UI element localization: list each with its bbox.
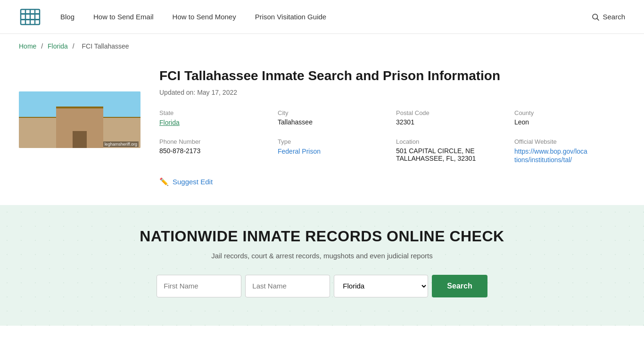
first-name-input[interactable] [157, 275, 241, 297]
info-type: Type Federal Prison [278, 138, 388, 164]
location-label: Location [396, 138, 507, 145]
last-name-input[interactable] [245, 275, 330, 297]
image-caption: leghamsheriff.org [103, 141, 139, 147]
nav-how-to-send-email[interactable]: How to Send Email [93, 13, 154, 21]
website-label: Official Website [514, 138, 625, 145]
search-form: AlabamaAlaskaArizonaArkansasCaliforniaCo… [19, 275, 625, 297]
prison-details: FCI Tallahassee Inmate Search and Prison… [159, 68, 625, 186]
info-city: City Tallahassee [278, 109, 388, 127]
updated-on: Updated on: May 17, 2022 [159, 89, 625, 96]
nav-prison-visitation-guide[interactable]: Prison Visitation Guide [255, 13, 326, 21]
header: Blog How to Send Email How to Send Money… [0, 0, 644, 34]
suggest-edit-label: Suggest Edit [173, 178, 213, 186]
state-value[interactable]: Florida [159, 119, 180, 126]
prison-image: leghamsheriff.org [19, 91, 140, 148]
nav-how-to-send-money[interactable]: How to Send Money [173, 13, 236, 21]
logo[interactable] [19, 6, 41, 28]
search-icon [591, 13, 600, 21]
inmate-section-subtitle: Jail records, court & arrest records, mu… [19, 252, 625, 260]
prison-title: FCI Tallahassee Inmate Search and Prison… [159, 68, 625, 84]
breadcrumb-sep-1: / [41, 42, 45, 50]
state-label: State [159, 109, 270, 116]
breadcrumb: Home / Florida / FCI Tallahassee [0, 34, 644, 58]
svg-point-6 [593, 14, 598, 19]
type-label: Type [278, 138, 388, 145]
inmate-section-title: NATIONWIDE INMATE RECORDS ONLINE CHECK [19, 228, 625, 245]
phone-label: Phone Number [159, 138, 270, 145]
info-location: Location 501 CAPITAL CIRCLE, NE TALLAHAS… [396, 138, 507, 164]
svg-line-7 [597, 18, 599, 20]
phone-value: 850-878-2173 [159, 147, 270, 155]
search-button[interactable]: Search [432, 275, 487, 297]
search-nav[interactable]: Search [591, 13, 625, 21]
postal-code-value: 32301 [396, 118, 507, 126]
info-website: Official Website https://www.bop.gov/loc… [514, 138, 625, 164]
postal-code-label: Postal Code [396, 109, 507, 116]
prison-building [19, 91, 140, 148]
info-grid: State Florida City Tallahassee Postal Co… [159, 109, 625, 164]
info-county: County Leon [514, 109, 625, 127]
breadcrumb-florida[interactable]: Florida [48, 42, 68, 50]
type-value[interactable]: Federal Prison [278, 148, 321, 155]
suggest-edit-link[interactable]: ✏️ Suggest Edit [159, 177, 625, 186]
city-value: Tallahassee [278, 118, 388, 126]
state-select[interactable]: AlabamaAlaskaArizonaArkansasCaliforniaCo… [334, 275, 428, 297]
search-nav-label: Search [603, 13, 625, 21]
location-value: 501 CAPITAL CIRCLE, NE TALLAHASSEE, FL, … [396, 147, 507, 162]
breadcrumb-home[interactable]: Home [19, 42, 36, 50]
breadcrumb-sep-2: / [73, 42, 76, 50]
content-area: leghamsheriff.org FCI Tallahassee Inmate… [0, 58, 644, 205]
nav-blog[interactable]: Blog [60, 13, 74, 21]
svg-rect-5 [21, 19, 40, 20]
info-phone: Phone Number 850-878-2173 [159, 138, 270, 164]
svg-rect-4 [21, 13, 40, 15]
county-label: County [514, 109, 625, 116]
info-state: State Florida [159, 109, 270, 127]
main-nav: Blog How to Send Email How to Send Money… [60, 13, 591, 21]
city-label: City [278, 109, 388, 116]
pencil-icon: ✏️ [159, 177, 169, 186]
website-value[interactable]: https://www.bop.gov/loca tions/instituti… [514, 148, 587, 164]
inmate-search-section: NATIONWIDE INMATE RECORDS ONLINE CHECK J… [0, 205, 644, 326]
info-postal-code: Postal Code 32301 [396, 109, 507, 127]
breadcrumb-current: FCI Tallahassee [82, 42, 129, 50]
county-value: Leon [514, 118, 625, 126]
